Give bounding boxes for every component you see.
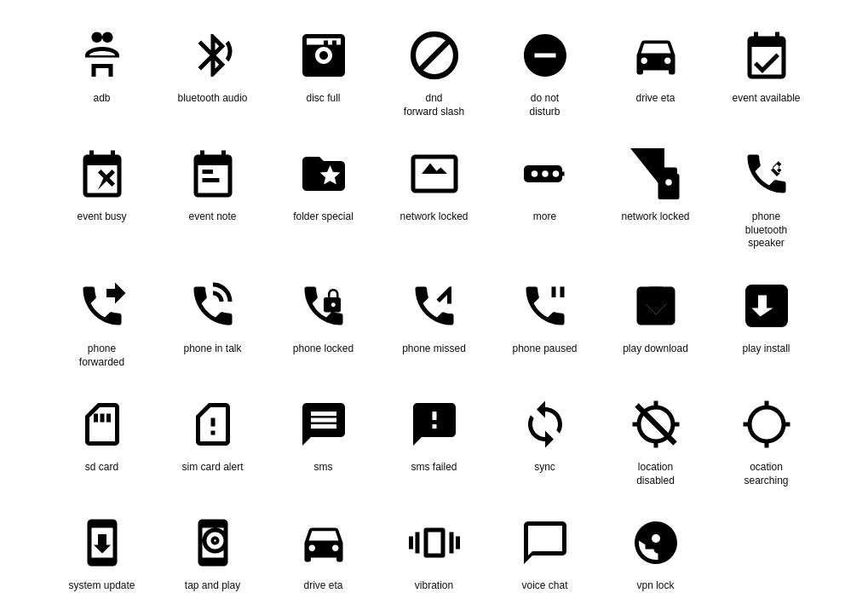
phone-locked-icon (294, 276, 354, 336)
icon-item-dnd-forward-slash: dndforward slash (379, 17, 490, 127)
network-locked-label: network locked (621, 210, 689, 224)
bluetooth-audio-label: bluetooth audio (177, 92, 247, 106)
vibration-icon (405, 513, 464, 573)
icon-item-play-download: play download (601, 268, 711, 377)
adb-label: adb (93, 92, 110, 106)
bluetooth-audio-icon (183, 26, 243, 85)
phone-forwarded-icon (72, 276, 132, 336)
icon-item-voice-chat: voice chat (490, 504, 601, 602)
icon-item-sim-card-alert: sim card alert (158, 386, 268, 496)
drive-eta-2-icon (294, 513, 354, 573)
dnd-forward-slash-label: dndforward slash (404, 92, 464, 118)
event-available-label: event available (732, 92, 800, 106)
icon-item-event-busy: event busy (47, 135, 158, 259)
icon-item-phone-in-talk: phone in talk (158, 268, 268, 377)
drive-eta-2-label: drive eta (303, 579, 342, 593)
icon-item-phone-paused: phone paused (490, 268, 601, 377)
svg-point-14 (652, 534, 660, 543)
icon-item-vibration: vibration (379, 504, 490, 602)
network-locked-img-label: network locked (400, 210, 468, 224)
phone-locked-label: phone locked (293, 343, 354, 356)
phone-paused-icon (515, 276, 575, 336)
svg-rect-8 (660, 168, 677, 176)
sd-card-icon (72, 394, 132, 454)
icon-item-vpn-lock: vpn lock (601, 504, 711, 602)
location-searching-label: ocationsearching (744, 461, 788, 487)
icon-item-sd-card: sd card (47, 386, 158, 496)
sync-label: sync (534, 461, 555, 475)
phone-bluetooth-speaker-icon (737, 144, 796, 204)
phone-in-talk-label: phone in talk (183, 343, 241, 356)
icon-item-play-install: play install (711, 268, 822, 377)
icon-item-sms: sms (268, 386, 379, 496)
sms-label: sms (314, 461, 333, 475)
sms-failed-label: sms failed (411, 461, 457, 475)
network-locked-icon (626, 144, 686, 204)
play-install-icon (737, 276, 796, 336)
icon-item-system-update: system update (47, 504, 158, 602)
more-label: more (533, 210, 556, 224)
sms-icon (294, 394, 354, 454)
disc-full-label: disc full (306, 92, 340, 106)
icon-item-sync: sync (490, 386, 601, 496)
sim-card-alert-icon (183, 394, 243, 454)
svg-rect-7 (658, 174, 679, 199)
icon-item-do-not-disturb: do notdisturb (490, 17, 601, 127)
icon-item-event-note: event note (158, 135, 268, 259)
do-not-disturb-label: do notdisturb (529, 92, 560, 118)
system-update-icon (72, 513, 132, 573)
vpn-lock-label: vpn lock (636, 579, 674, 593)
icon-item-disc-full: disc full (268, 17, 379, 127)
icon-item-tap-and-play: tap and play (158, 504, 268, 602)
phone-missed-label: phone missed (402, 343, 466, 356)
event-busy-label: event busy (77, 210, 126, 224)
icon-item-event-available: event available (711, 17, 822, 127)
icon-item-network-locked: network locked (601, 135, 711, 259)
voice-chat-label: voice chat (521, 579, 567, 593)
location-searching-icon (737, 394, 796, 454)
svg-point-0 (320, 52, 327, 59)
location-disabled-icon (626, 394, 686, 454)
play-download-icon (626, 276, 686, 336)
icon-item-drive-eta-2: drive eta (268, 504, 379, 602)
icon-item-phone-locked: phone locked (268, 268, 379, 377)
folder-special-label: folder special (293, 210, 354, 224)
icon-item-more: more (490, 135, 601, 259)
event-note-icon (183, 144, 243, 204)
svg-line-2 (419, 41, 449, 71)
icon-item-phone-forwarded: phoneforwarded (47, 268, 158, 377)
icon-item-location-disabled: locationdisabled (601, 386, 711, 496)
phone-missed-icon (405, 276, 464, 336)
icon-item-folder-special: folder special (268, 135, 379, 259)
voice-chat-icon (515, 513, 575, 573)
dnd-forward-slash-icon (405, 26, 464, 85)
phone-bluetooth-speaker-label: phonebluetoothspeaker (745, 210, 787, 250)
drive-eta-label: drive eta (635, 92, 675, 106)
icon-item-phone-bluetooth-speaker: phonebluetoothspeaker (711, 135, 822, 259)
tap-and-play-label: tap and play (185, 579, 240, 593)
event-note-label: event note (188, 210, 236, 224)
event-busy-icon (72, 144, 132, 204)
icon-item-adb: adb (47, 17, 158, 127)
phone-forwarded-label: phoneforwarded (79, 343, 124, 369)
sim-card-alert-label: sim card alert (181, 461, 243, 475)
network-locked-img-icon (405, 144, 464, 204)
system-update-label: system update (68, 579, 135, 593)
event-available-icon (737, 26, 796, 85)
play-install-label: play install (742, 343, 790, 356)
vibration-label: vibration (415, 579, 453, 593)
svg-point-6 (552, 170, 559, 177)
icon-item-network-locked-img: network locked (379, 135, 490, 259)
vpn-lock-icon (626, 513, 686, 573)
folder-special-icon (294, 144, 354, 204)
play-download-label: play download (623, 343, 688, 356)
do-not-disturb-icon (515, 26, 575, 85)
icon-item-phone-missed: phone missed (379, 268, 490, 377)
icon-item-location-searching: ocationsearching (711, 386, 822, 496)
sync-icon (515, 394, 575, 454)
sms-failed-icon (405, 394, 464, 454)
icon-item-bluetooth-audio: bluetooth audio (158, 17, 268, 127)
phone-paused-label: phone paused (512, 343, 577, 356)
icon-item-drive-eta: drive eta (601, 17, 711, 127)
phone-in-talk-icon (183, 276, 243, 336)
